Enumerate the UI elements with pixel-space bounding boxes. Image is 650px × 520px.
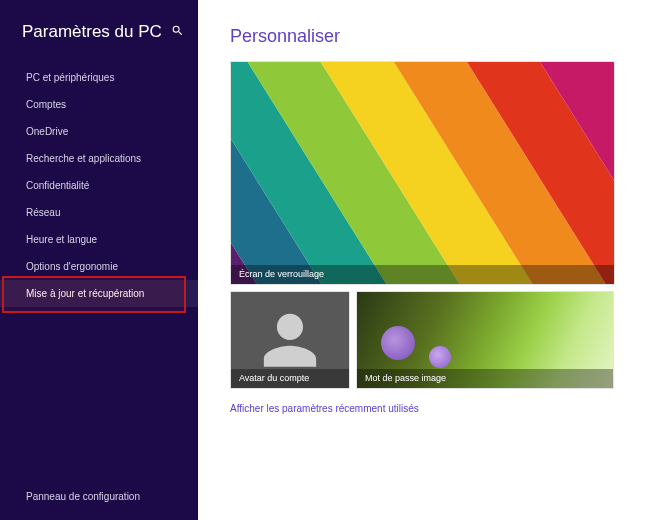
tile-account-picture[interactable]: Avatar du compte bbox=[230, 291, 350, 389]
nav-label: PC et périphériques bbox=[26, 72, 114, 83]
nav-item-onedrive[interactable]: OneDrive bbox=[0, 118, 198, 145]
control-panel-link[interactable]: Panneau de configuration bbox=[26, 491, 140, 502]
tile-caption: Écran de verrouillage bbox=[231, 265, 614, 284]
tile-row: Avatar du compte Mot de passe image bbox=[230, 291, 632, 389]
nav-item-search-apps[interactable]: Recherche et applications bbox=[0, 145, 198, 172]
nav-label: Réseau bbox=[26, 207, 60, 218]
tile-caption: Avatar du compte bbox=[231, 369, 349, 388]
nav-item-privacy[interactable]: Confidentialité bbox=[0, 172, 198, 199]
recent-settings-link[interactable]: Afficher les paramètres récemment utilis… bbox=[230, 403, 419, 414]
nav-item-network[interactable]: Réseau bbox=[0, 199, 198, 226]
nav-item-time-language[interactable]: Heure et langue bbox=[0, 226, 198, 253]
nav-label: Comptes bbox=[26, 99, 66, 110]
nav-item-update-recovery[interactable]: Mise à jour et récupération bbox=[0, 280, 198, 307]
nav-item-pc-devices[interactable]: PC et périphériques bbox=[0, 64, 198, 91]
sidebar: Paramètres du PC PC et périphériques Com… bbox=[0, 0, 198, 520]
main-title: Personnaliser bbox=[230, 26, 632, 47]
nav-label: Mise à jour et récupération bbox=[26, 288, 144, 299]
search-icon[interactable] bbox=[171, 23, 184, 41]
nav-label: Options d'ergonomie bbox=[26, 261, 118, 272]
main-content: Personnaliser Écran de verrouillage Avat… bbox=[198, 0, 650, 520]
lock-screen-image bbox=[230, 61, 615, 285]
nav-label: Recherche et applications bbox=[26, 153, 141, 164]
tile-picture-password[interactable]: Mot de passe image bbox=[356, 291, 614, 389]
nav-label: Heure et langue bbox=[26, 234, 97, 245]
tile-caption: Mot de passe image bbox=[357, 369, 613, 388]
nav-item-ease-of-access[interactable]: Options d'ergonomie bbox=[0, 253, 198, 280]
sidebar-title: Paramètres du PC bbox=[22, 22, 162, 42]
sidebar-header: Paramètres du PC bbox=[0, 22, 198, 58]
nav-item-accounts[interactable]: Comptes bbox=[0, 91, 198, 118]
nav-label: OneDrive bbox=[26, 126, 68, 137]
sidebar-nav: PC et périphériques Comptes OneDrive Rec… bbox=[0, 64, 198, 307]
tile-lock-screen[interactable]: Écran de verrouillage bbox=[230, 61, 615, 285]
nav-label: Confidentialité bbox=[26, 180, 89, 191]
